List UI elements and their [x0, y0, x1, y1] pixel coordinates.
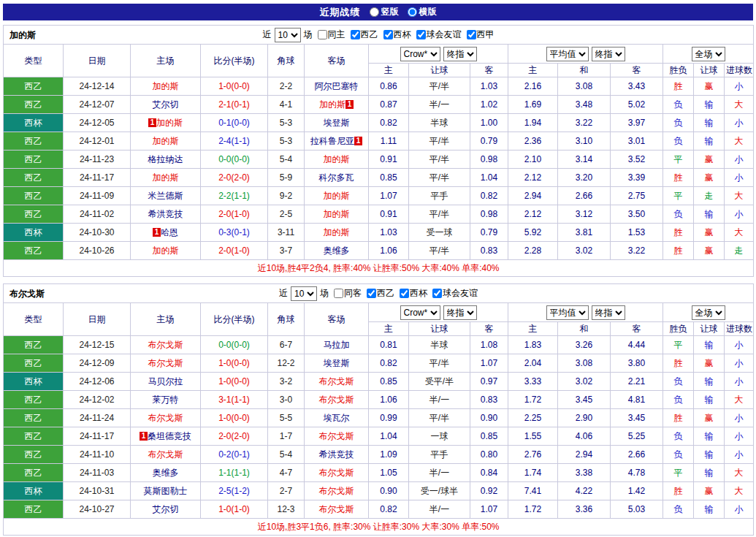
match-row: 西杯24-12-051加的斯0-1(0-0)5-3埃登斯0.82半球1.001.…: [4, 114, 754, 132]
filter-checkbox-球会友谊[interactable]: [432, 289, 442, 298]
match-score: 2-2(1-1): [201, 187, 268, 205]
home-team: 布尔戈斯: [131, 336, 201, 354]
avg-home: 7.41: [508, 482, 558, 500]
odds-away: 0.79: [470, 224, 508, 242]
dropdown-终指[interactable]: 终指: [443, 305, 477, 320]
filter-option-西杯[interactable]: 西杯: [400, 287, 427, 300]
team-name-text: 艾尔切: [153, 99, 179, 110]
avg-away: 3.22: [611, 242, 663, 260]
section-summary: 近10场,胜4平2负4, 胜率:40% 让胜率:50% 大率:40% 单率:40…: [4, 260, 754, 277]
result-goals: 小: [725, 114, 754, 132]
match-count-select[interactable]: 10: [291, 286, 317, 301]
odds-away: 0.83: [470, 242, 508, 260]
avg-home: 2.36: [508, 132, 558, 151]
corners: 6-7: [268, 336, 305, 354]
match-count-select[interactable]: 10: [275, 28, 301, 42]
column-header-row: 类型日期主场比分(半场)角球客场Crow*终指平均值终指全场: [4, 45, 754, 64]
corners: 5-4: [268, 446, 305, 464]
dropdown-终指[interactable]: 终指: [592, 305, 625, 320]
layout-option-vertical[interactable]: 竖版: [370, 6, 399, 18]
match-date: 24-10-30: [64, 224, 131, 242]
sub-header-2-0: 胜负: [663, 64, 694, 77]
corners: 9-2: [268, 187, 305, 205]
match-date: 24-11-23: [64, 151, 131, 169]
dropdown-全场[interactable]: 全场: [692, 47, 725, 61]
match-date: 24-12-15: [64, 336, 131, 354]
home-team: 艾尔切: [131, 96, 201, 114]
match-score: 2-0(2-0): [201, 427, 268, 446]
filter-checkbox-西乙[interactable]: [367, 289, 376, 298]
dropdown-平均值[interactable]: 平均值: [546, 47, 589, 61]
vertical-layout-radio[interactable]: [370, 7, 379, 17]
team-stats-table-1: 布尔戈斯近10场同客西乙西杯球会友谊类型日期主场比分(半场)角球客场Crow*终…: [3, 283, 754, 536]
dropdown-终指[interactable]: 终指: [443, 47, 477, 61]
filter-option-西甲[interactable]: 西甲: [467, 28, 495, 41]
filter-option-西乙[interactable]: 西乙: [351, 28, 378, 41]
avg-draw: 3.22: [558, 114, 611, 132]
away-team: 加的斯: [305, 205, 369, 224]
odds-away: 1.03: [470, 77, 508, 96]
filter-option-同主[interactable]: 同主: [318, 28, 345, 41]
avg-away: 2.66: [611, 446, 663, 464]
corners: 4-7: [268, 464, 305, 482]
league-badge: 西乙: [4, 132, 64, 151]
odds-handicap: 平手: [409, 446, 470, 464]
filter-checkbox-西乙[interactable]: [351, 30, 360, 39]
odds-home: 1.04: [369, 427, 409, 446]
odds-handicap: 受一/球半: [409, 482, 470, 500]
filter-checkbox-同主[interactable]: [318, 30, 327, 39]
match-row: 西乙24-11-10布尔戈斯0-2(0-1)5-4希洪竞技1.09平手0.802…: [4, 446, 754, 464]
filter-checkbox-球会友谊[interactable]: [416, 30, 426, 39]
filter-label: 同主: [328, 28, 345, 41]
dropdown-Crow*[interactable]: Crow*: [400, 305, 440, 320]
result-goals: 小: [725, 427, 754, 446]
filter-checkbox-西杯[interactable]: [400, 289, 409, 298]
match-score: 0-3(0-1): [201, 224, 268, 242]
filter-controls: 近10场同客西乙西杯球会友谊: [5, 286, 752, 301]
filter-label: 同客: [344, 287, 362, 300]
red-card-badge: 1: [345, 100, 354, 109]
filter-option-西杯[interactable]: 西杯: [383, 28, 411, 41]
result-goals: 小: [725, 354, 754, 373]
filter-label: 西杯: [410, 287, 427, 300]
match-score: 2-0(1-0): [201, 205, 268, 224]
filter-checkbox-同客[interactable]: [334, 289, 343, 298]
away-team: 加的斯1: [305, 96, 369, 114]
avg-home: 2.25: [508, 409, 558, 427]
filter-option-西乙[interactable]: 西乙: [367, 287, 394, 300]
sub-header-1-2: 客: [611, 322, 663, 336]
corners: 5-3: [268, 114, 305, 132]
avg-draw: 3.48: [558, 96, 611, 114]
dropdown-终指[interactable]: 终指: [592, 47, 625, 61]
filter-option-同客[interactable]: 同客: [334, 287, 362, 300]
team-name-text: 奥维多: [324, 245, 350, 256]
filter-label: 球会友谊: [427, 28, 462, 41]
team-name-text: 加的斯: [153, 136, 179, 146]
odds-home: 1.07: [369, 187, 409, 205]
filter-option-球会友谊[interactable]: 球会友谊: [416, 28, 462, 41]
col-header-5: 客场: [305, 45, 369, 77]
filter-option-球会友谊[interactable]: 球会友谊: [432, 287, 478, 300]
odds-handicap: 受平/半: [409, 373, 470, 391]
match-row: 西杯24-10-31莫斯图勒士2-5(1-2)2-7布尔戈斯0.90受一/球半0…: [4, 482, 754, 500]
layout-option-horizontal[interactable]: 横版: [408, 6, 437, 18]
result-goals: 大: [725, 96, 754, 114]
away-team: 加的斯: [305, 224, 369, 242]
filter-checkbox-西杯[interactable]: [383, 30, 393, 39]
filter-label: 西乙: [361, 28, 378, 41]
dropdown-Crow*[interactable]: Crow*: [400, 47, 440, 61]
col-header-2: 主场: [131, 303, 201, 336]
odds-group-header-2: 全场: [663, 303, 754, 322]
result-handicap: 赢: [694, 409, 725, 427]
avg-draw: 3.38: [558, 464, 611, 482]
filter-checkbox-西甲[interactable]: [467, 30, 476, 39]
league-badge: 西杯: [4, 224, 64, 242]
odds-home: 0.99: [369, 409, 409, 427]
odds-away: 1.08: [470, 336, 508, 354]
dropdown-全场[interactable]: 全场: [692, 305, 725, 320]
result-handicap: 赢: [694, 354, 725, 373]
match-score: 0-0(0-0): [201, 336, 268, 354]
horizontal-layout-radio[interactable]: [408, 7, 417, 17]
dropdown-平均值[interactable]: 平均值: [546, 305, 589, 320]
team-name-text: 加的斯: [153, 81, 179, 91]
